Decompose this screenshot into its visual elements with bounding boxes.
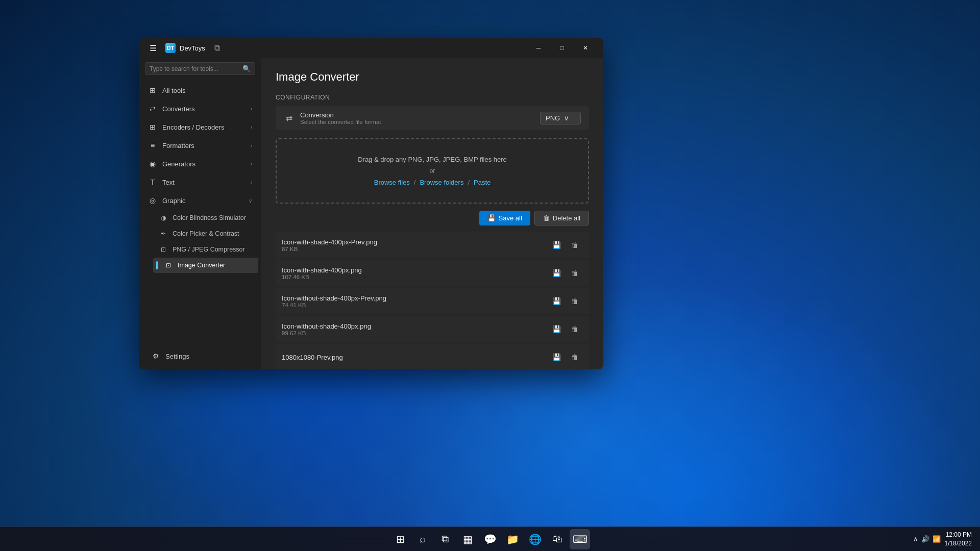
encoders-icon: ⊞: [148, 122, 157, 132]
file-name-1: Icon-with-shade-400px.png: [282, 266, 543, 274]
file-info-1: Icon-with-shade-400px.png 107.46 KB: [282, 266, 543, 280]
sidebar-item-text[interactable]: T Text ›: [142, 173, 258, 191]
text-chevron: ›: [251, 180, 252, 185]
taskbar-center: ⊞ ⌕ ⧉ ▦ 💬 📁 🌐 🛍 ⌨: [390, 529, 590, 549]
drop-zone[interactable]: Drag & drop any PNG, JPG, JPEG, BMP file…: [276, 138, 589, 204]
taskbar-date-value: 1/18/2022: [945, 539, 972, 548]
file-info-3: Icon-without-shade-400px.png 99.62 KB: [282, 322, 543, 336]
table-row: Icon-with-shade-400px.png 107.46 KB 💾 🗑: [276, 260, 589, 286]
network-icon[interactable]: 📶: [933, 535, 941, 543]
search-box: 🔍: [145, 62, 255, 75]
drop-zone-or: or: [430, 167, 435, 174]
app-title: DevToys: [180, 44, 205, 52]
sidebar-item-color-picker[interactable]: ✒ Color Picker & Contrast: [153, 226, 258, 241]
file-name-0: Icon-with-shade-400px-Prev.png: [282, 238, 543, 246]
taskbar-search-button[interactable]: ⌕: [412, 529, 433, 549]
page-title: Image Converter: [276, 70, 589, 84]
delete-all-button[interactable]: 🗑 Delete all: [534, 211, 589, 226]
all-tools-icon: ⊞: [148, 86, 157, 95]
dropdown-chevron-icon: ∨: [564, 114, 569, 122]
sidebar: 🔍 ⊞ All tools ⇄ Converters › ⊞ Encoders …: [139, 58, 261, 369]
search-input[interactable]: [150, 65, 238, 72]
browse-folders-link[interactable]: Browse folders: [420, 179, 463, 186]
sidebar-item-settings[interactable]: ⚙ Settings: [145, 347, 255, 365]
separator-1: /: [414, 179, 416, 186]
file-save-1[interactable]: 💾: [548, 265, 565, 281]
sidebar-item-formatters[interactable]: ≡ Formatters ›: [142, 137, 258, 154]
taskbar-explorer-button[interactable]: 📁: [502, 529, 523, 549]
chevron-up-icon[interactable]: ∧: [913, 535, 918, 543]
file-save-0[interactable]: 💾: [548, 237, 565, 253]
color-picker-icon: ✒: [159, 230, 167, 238]
search-icon[interactable]: 🔍: [242, 65, 251, 72]
converters-label: Converters: [162, 105, 246, 113]
save-all-label: Save all: [499, 214, 522, 222]
browse-files-link[interactable]: Browse files: [374, 179, 410, 186]
text-icon: T: [148, 178, 157, 187]
taskbar-devtoys-button[interactable]: ⌨: [570, 529, 590, 549]
sidebar-item-all-tools[interactable]: ⊞ All tools: [142, 82, 258, 99]
app-logo: DT: [165, 43, 176, 53]
image-converter-icon: ⊡: [164, 261, 173, 269]
encoders-chevron: ›: [251, 124, 252, 130]
taskbar-clock[interactable]: 12:00 PM 1/18/2022: [945, 531, 972, 548]
sidebar-item-encoders[interactable]: ⊞ Encoders / Decoders ›: [142, 118, 258, 136]
converters-chevron: ›: [251, 106, 252, 112]
taskbar-chat-button[interactable]: 💬: [480, 529, 500, 549]
converters-icon: ⇄: [148, 104, 157, 113]
sidebar-item-converters[interactable]: ⇄ Converters ›: [142, 100, 258, 117]
minimize-button[interactable]: ─: [527, 38, 550, 58]
sidebar-bottom: ⚙ Settings: [139, 343, 261, 369]
hamburger-button[interactable]: ☰: [145, 40, 161, 56]
taskbar-start-button[interactable]: ⊞: [390, 529, 410, 549]
file-save-4[interactable]: 💾: [548, 349, 565, 365]
taskbar-edge-button[interactable]: 🌐: [525, 529, 545, 549]
file-size-1: 107.46 KB: [282, 274, 543, 280]
image-converter-label: Image Converter: [178, 262, 225, 269]
file-save-2[interactable]: 💾: [548, 293, 565, 309]
maximize-button[interactable]: □: [550, 38, 574, 58]
taskbar-taskview-button[interactable]: ⧉: [435, 529, 455, 549]
sidebar-item-graphic[interactable]: ◎ Graphic ∨: [142, 192, 258, 209]
settings-icon: ⚙: [151, 352, 160, 361]
file-actions-2: 💾 🗑: [548, 293, 583, 309]
file-delete-0[interactable]: 🗑: [567, 237, 583, 253]
file-size-0: 87 KB: [282, 246, 543, 252]
save-all-button[interactable]: 💾 Save all: [479, 211, 530, 226]
file-actions-1: 💾 🗑: [548, 265, 583, 281]
save-icon: 💾: [487, 214, 496, 222]
delete-all-label: Delete all: [553, 214, 580, 222]
separator-2: /: [468, 179, 470, 186]
file-size-2: 74.41 KB: [282, 302, 543, 308]
file-save-3[interactable]: 💾: [548, 321, 565, 337]
format-dropdown[interactable]: PNG ∨: [540, 112, 581, 124]
text-label: Text: [162, 179, 246, 186]
titlebar-left: ☰ DT DevToys: [145, 40, 205, 56]
file-delete-4[interactable]: 🗑: [567, 349, 583, 365]
sidebar-item-color-blindness[interactable]: ◑ Color Blindness Simulator: [153, 210, 258, 226]
taskbar-right: ∧ 🔊 📶 12:00 PM 1/18/2022: [913, 531, 980, 548]
conversion-text: Conversion Select the converted file for…: [300, 111, 534, 125]
taskbar: ⊞ ⌕ ⧉ ▦ 💬 📁 🌐 🛍 ⌨ ∧ 🔊 📶 12:00 PM 1/18/20…: [0, 527, 980, 551]
sidebar-item-image-converter[interactable]: ⊡ Image Converter: [153, 258, 258, 273]
file-actions-4: 💾 🗑: [548, 349, 583, 365]
formatters-chevron: ›: [251, 143, 252, 148]
sidebar-item-generators[interactable]: ◉ Generators ›: [142, 155, 258, 172]
delete-icon: 🗑: [543, 214, 550, 222]
active-indicator: [156, 261, 158, 269]
file-delete-3[interactable]: 🗑: [567, 321, 583, 337]
paste-link[interactable]: Paste: [474, 179, 491, 186]
file-delete-2[interactable]: 🗑: [567, 293, 583, 309]
close-button[interactable]: ✕: [574, 38, 597, 58]
table-row: Icon-without-shade-400px.png 99.62 KB 💾 …: [276, 316, 589, 342]
snap-layout-button[interactable]: ⧉: [209, 40, 226, 56]
generators-chevron: ›: [251, 161, 252, 167]
sidebar-item-png-jpeg[interactable]: ⊡ PNG / JPEG Compressor: [153, 242, 258, 257]
taskbar-widgets-button[interactable]: ▦: [457, 529, 478, 549]
file-list: Icon-with-shade-400px-Prev.png 87 KB 💾 🗑…: [276, 232, 589, 369]
volume-icon[interactable]: 🔊: [921, 535, 929, 543]
generators-label: Generators: [162, 160, 246, 168]
taskbar-store-button[interactable]: 🛍: [547, 529, 568, 549]
file-info-2: Icon-without-shade-400px-Prev.png 74.41 …: [282, 294, 543, 308]
file-delete-1[interactable]: 🗑: [567, 265, 583, 281]
